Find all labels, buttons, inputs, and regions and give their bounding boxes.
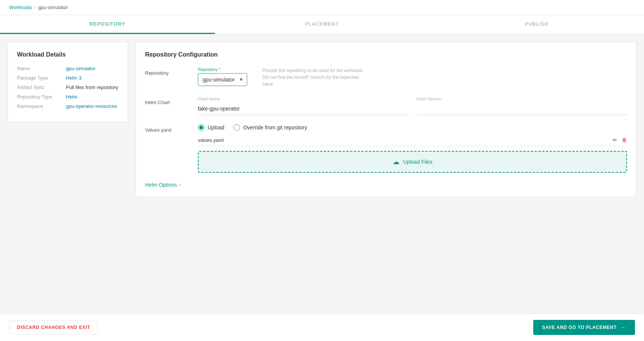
- detail-namespace-label: Namespace: [17, 103, 66, 109]
- detail-repo-type-value: Helm: [66, 94, 77, 100]
- values-filename: values.yaml: [198, 137, 224, 143]
- helm-options-row[interactable]: Helm Options ›: [145, 182, 627, 188]
- repository-hint: Provide the repository to be used for th…: [262, 67, 368, 88]
- chart-version-label: Chart Version: [416, 97, 627, 101]
- breadcrumb-separator: ›: [34, 5, 36, 10]
- repo-config-title: Repository Configuration: [145, 51, 627, 58]
- workload-details-panel: Workload Details Name gpu-simulator Pack…: [8, 42, 128, 122]
- repository-form-row: Repository Repository * gpu-simulator ▼ …: [145, 67, 627, 88]
- tab-placement[interactable]: PLACEMENT: [215, 15, 430, 34]
- upload-files-label: Upload Files: [403, 159, 433, 165]
- detail-package-value: Helm 3: [66, 75, 81, 81]
- radio-upload-label: Upload: [208, 124, 224, 131]
- detail-package-row: Package Type Helm 3: [17, 75, 119, 81]
- detail-artifact-row: Artifact Sync Pull files from repository: [17, 84, 119, 90]
- detail-name-value: gpu-simulator: [66, 66, 96, 71]
- chart-name-label: Chart Name: [198, 97, 409, 101]
- radio-upload-input[interactable]: [198, 124, 205, 131]
- helm-chart-form-row: Helm Chart Chart Name Chart Version: [145, 97, 627, 115]
- radio-upload-option[interactable]: Upload: [198, 124, 224, 131]
- detail-artifact-value: Pull files from repository: [66, 84, 118, 90]
- hint-line1: Provide the repository to be used for th…: [262, 67, 368, 74]
- values-yaml-label: Values.yaml: [145, 124, 198, 133]
- discard-button[interactable]: DISCARD CHANGES AND EXIT: [9, 321, 98, 334]
- footer: DISCARD CHANGES AND EXIT SAVE AND GO TO …: [0, 313, 644, 341]
- tab-repository[interactable]: REPOSITORY: [0, 15, 215, 34]
- delete-icon[interactable]: 🗑: [622, 137, 627, 143]
- chart-version-input[interactable]: [416, 103, 627, 115]
- repository-dropdown-wrapper: gpu-simulator ▼: [198, 73, 247, 86]
- breadcrumb-parent[interactable]: Workloads: [9, 5, 32, 10]
- repository-config-panel: Repository Configuration Repository Repo…: [136, 42, 636, 197]
- repository-field-label: Repository *: [198, 67, 247, 72]
- chart-version-field: Chart Version: [416, 97, 627, 115]
- values-yaml-field: Upload Override from git repository valu…: [198, 124, 627, 173]
- save-button[interactable]: SAVE AND GO TO PLACEMENT →: [533, 320, 635, 335]
- upload-area[interactable]: ☁ Upload Files: [198, 151, 627, 173]
- breadcrumb: Workloads › gpu-simulator: [0, 0, 644, 15]
- repository-select[interactable]: gpu-simulator: [198, 73, 247, 86]
- chart-name-field: Chart Name: [198, 97, 409, 115]
- workload-details-title: Workload Details: [17, 51, 119, 58]
- chevron-right-icon: ›: [179, 182, 181, 187]
- values-yaml-form-row: Values.yaml Upload Override from git rep…: [145, 124, 627, 173]
- repository-label: Repository: [145, 67, 198, 76]
- values-actions: ✏ 🗑: [613, 137, 627, 143]
- main-content: Workload Details Name gpu-simulator Pack…: [0, 34, 644, 313]
- detail-name-row: Name gpu-simulator: [17, 66, 119, 71]
- detail-namespace-row: Namespace gpu-operator-resources: [17, 103, 119, 109]
- arrow-right-icon: →: [620, 324, 626, 330]
- radio-row: Upload Override from git repository: [198, 124, 627, 131]
- helm-chart-label: Helm Chart: [145, 97, 198, 105]
- helm-options-label: Helm Options: [145, 182, 177, 188]
- edit-icon[interactable]: ✏: [613, 137, 617, 143]
- chart-name-input[interactable]: [198, 103, 409, 115]
- hint-line2: Did not find the record? Search for the …: [262, 74, 368, 88]
- radio-override-option[interactable]: Override from git repository: [233, 124, 307, 131]
- repository-field-wrapper: Repository * gpu-simulator ▼ Provide the…: [198, 67, 368, 88]
- values-file-row: values.yaml ✏ 🗑: [198, 137, 627, 146]
- detail-repo-type-label: Repository Type: [17, 94, 66, 100]
- repository-select-wrapper: Repository * gpu-simulator ▼: [198, 67, 247, 86]
- radio-override-label: Override from git repository: [243, 124, 307, 131]
- detail-name-label: Name: [17, 66, 66, 71]
- radio-override-input[interactable]: [233, 124, 240, 131]
- upload-cloud-icon: ☁: [393, 158, 399, 166]
- breadcrumb-current: gpu-simulator: [38, 5, 68, 10]
- tab-bar: REPOSITORY PLACEMENT PUBLISH: [0, 15, 644, 34]
- detail-artifact-label: Artifact Sync: [17, 84, 66, 90]
- chart-fields-row: Chart Name Chart Version: [198, 97, 627, 115]
- detail-repo-type-row: Repository Type Helm: [17, 94, 119, 100]
- tab-publish[interactable]: PUBLISH: [429, 15, 644, 34]
- detail-package-label: Package Type: [17, 75, 66, 81]
- detail-namespace-value: gpu-operator-resources: [66, 103, 117, 109]
